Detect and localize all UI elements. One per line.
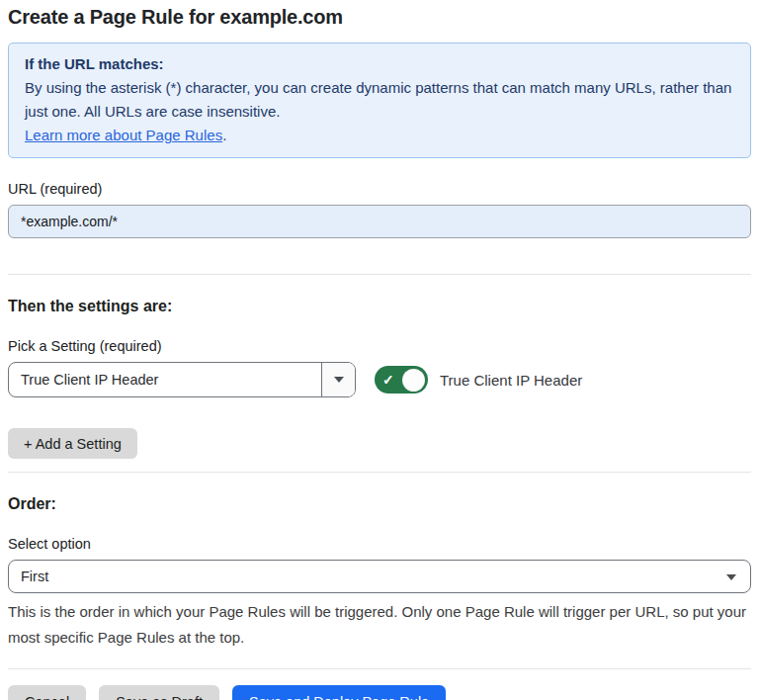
order-select[interactable]: First <box>8 560 751 593</box>
divider <box>8 668 751 669</box>
order-select-label: Select option <box>8 536 751 552</box>
divider <box>8 472 751 473</box>
setting-select-arrowbox[interactable] <box>321 363 355 396</box>
form-actions: Cancel Save as Draft Save and Deploy Pag… <box>8 685 751 700</box>
caret-down-icon <box>726 574 736 580</box>
add-setting-button[interactable]: + Add a Setting <box>8 428 137 459</box>
caret-down-icon <box>334 377 344 383</box>
setting-toggle[interactable]: ✓ <box>375 366 428 394</box>
info-box-heading: If the URL matches: <box>25 52 734 76</box>
url-match-info-box: If the URL matches: By using the asteris… <box>8 43 751 158</box>
setting-select[interactable]: True Client IP Header <box>8 362 356 397</box>
setting-picker-label: Pick a Setting (required) <box>8 338 751 354</box>
order-section-heading: Order: <box>8 495 751 513</box>
order-help-text: This is the order in which your Page Rul… <box>8 599 751 651</box>
setting-picker-row: True Client IP Header ✓ True Client IP H… <box>8 362 751 397</box>
settings-section-heading: Then the settings are: <box>8 298 751 315</box>
cancel-button[interactable]: Cancel <box>8 685 86 700</box>
url-field-label: URL (required) <box>8 181 751 197</box>
divider <box>8 274 751 275</box>
info-box-body: By using the asterisk (*) character, you… <box>25 76 734 124</box>
order-select-value: First <box>9 561 750 592</box>
url-input[interactable] <box>8 205 751 238</box>
link-period: . <box>222 127 226 143</box>
page-title: Create a Page Rule for example.com <box>8 4 751 43</box>
toggle-knob <box>402 369 425 392</box>
page-rule-form: Create a Page Rule for example.com If th… <box>0 0 760 700</box>
check-icon: ✓ <box>382 373 394 387</box>
save-as-draft-button[interactable]: Save as Draft <box>99 685 219 700</box>
learn-more-link[interactable]: Learn more about Page Rules <box>25 127 222 143</box>
setting-select-value: True Client IP Header <box>9 363 321 396</box>
info-box-link-line: Learn more about Page Rules. <box>25 124 734 147</box>
save-and-deploy-button[interactable]: Save and Deploy Page Rule <box>232 685 446 700</box>
setting-toggle-label: True Client IP Header <box>440 372 582 389</box>
